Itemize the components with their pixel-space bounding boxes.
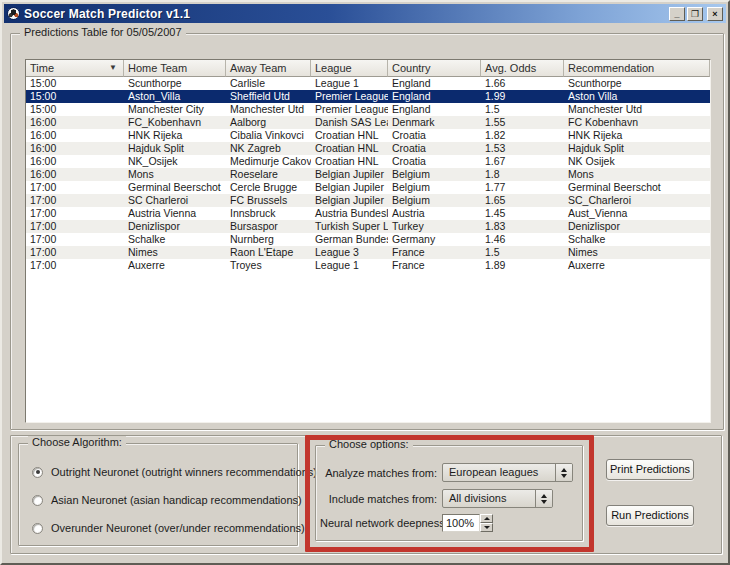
table-cell: Cibalia Vinkovci xyxy=(226,129,311,142)
table-row[interactable]: 15:00Manchester CityManchester UtdPremie… xyxy=(26,103,710,116)
table-cell: France xyxy=(388,246,481,259)
predictions-group: Predictions Table for 05/05/2007 Time▼Ho… xyxy=(10,33,724,430)
algorithm-radio-option[interactable]: Overunder Neuronet (over/under recommend… xyxy=(32,521,305,535)
table-cell: Belgian Jupiler xyxy=(311,168,388,181)
column-header-avg-odds[interactable]: Avg. Odds xyxy=(481,60,564,77)
run-predictions-button[interactable]: Run Predictions xyxy=(606,505,694,526)
table-row[interactable]: 16:00NK_OsijekMedimurje CakovecCroatian … xyxy=(26,155,710,168)
sort-descending-icon: ▼ xyxy=(109,63,117,72)
predictions-table[interactable]: Time▼Home TeamAway TeamLeagueCountryAvg.… xyxy=(25,59,711,423)
table-cell: Croatia xyxy=(388,129,481,142)
table-row[interactable]: 17:00SchalkeNurnbergGerman BundesligaGer… xyxy=(26,233,710,246)
table-cell: Innsbruck xyxy=(226,207,311,220)
table-cell: Turkish Super Lea... xyxy=(311,220,388,233)
table-cell: Auxerre xyxy=(564,259,710,272)
deepness-spinner[interactable]: 100% xyxy=(442,514,493,532)
table-cell: Croatia xyxy=(388,142,481,155)
table-cell: NK Zagreb xyxy=(226,142,311,155)
table-cell: HNK Rijeka xyxy=(124,129,226,142)
column-header-time[interactable]: Time▼ xyxy=(26,60,124,77)
table-cell: Aust_Vienna xyxy=(564,207,710,220)
table-cell: NK_Osijek xyxy=(124,155,226,168)
table-cell: 15:00 xyxy=(26,103,124,116)
table-cell: Medimurje Cakovec xyxy=(226,155,311,168)
table-cell: League 1 xyxy=(311,77,388,90)
title-bar: Soccer Match Predictor v1.1 _ ❐ × xyxy=(4,4,726,23)
spin-down-button[interactable] xyxy=(480,523,493,532)
window-title: Soccer Match Predictor v1.1 xyxy=(24,7,669,21)
table-row[interactable]: 16:00FC_KobenhavnAalborgDanish SAS Leagu… xyxy=(26,116,710,129)
table-row[interactable]: 17:00AuxerreTroyesLeague 1France1.89Auxe… xyxy=(26,259,710,272)
radio-label: Outright Neuronet (outright winners reco… xyxy=(51,466,317,478)
table-row[interactable]: 17:00DenizlisporBursasporTurkish Super L… xyxy=(26,220,710,233)
table-cell: 1.5 xyxy=(481,103,564,116)
table-row[interactable]: 17:00NimesRaon L'EtapeLeague 3France1.5N… xyxy=(26,246,710,259)
table-row[interactable]: 17:00Germinal BeerschotCercle BruggeBelg… xyxy=(26,181,710,194)
table-cell: Bursaspor xyxy=(226,220,311,233)
radio-selected-icon[interactable] xyxy=(32,467,43,478)
updown-arrows-icon[interactable] xyxy=(535,490,552,507)
table-row[interactable]: 15:00Aston_VillaSheffield UtdPremier Lea… xyxy=(26,90,710,103)
column-header-league[interactable]: League xyxy=(311,60,388,77)
table-row[interactable]: 17:00Austria ViennaInnsbruckAustria Bund… xyxy=(26,207,710,220)
table-cell: Mons xyxy=(124,168,226,181)
table-row[interactable]: 16:00HNK RijekaCibalia VinkovciCroatian … xyxy=(26,129,710,142)
table-cell: Belgian Jupiler xyxy=(311,181,388,194)
table-cell: 17:00 xyxy=(26,259,124,272)
spin-up-button[interactable] xyxy=(480,514,493,523)
table-cell: Hajduk Split xyxy=(124,142,226,155)
soccer-ball-icon xyxy=(7,7,20,20)
maximize-button[interactable]: ❐ xyxy=(687,7,703,21)
print-predictions-button[interactable]: Print Predictions xyxy=(606,459,694,480)
close-button[interactable]: × xyxy=(707,7,723,21)
table-cell: Manchester City xyxy=(124,103,226,116)
table-cell: Raon L'Etape xyxy=(226,246,311,259)
table-cell: Hajduk Split xyxy=(564,142,710,155)
table-row[interactable]: 17:00SC CharleroiFC BrusselsBelgian Jupi… xyxy=(26,194,710,207)
column-header-away-team[interactable]: Away Team xyxy=(226,60,311,77)
dropdown-include-matches[interactable]: All divisions xyxy=(442,489,553,508)
table-cell: Nimes xyxy=(564,246,710,259)
spinner-value[interactable]: 100% xyxy=(442,514,480,532)
dropdown-value: All divisions xyxy=(443,490,535,507)
table-cell: Premier League xyxy=(311,90,388,103)
table-cell: 1.89 xyxy=(481,259,564,272)
table-cell: 1.77 xyxy=(481,181,564,194)
table-cell: Denmark xyxy=(388,116,481,129)
table-cell: Denizlispor xyxy=(564,220,710,233)
table-cell: Schalke xyxy=(124,233,226,246)
updown-arrows-icon[interactable] xyxy=(555,464,572,481)
table-row[interactable]: 16:00Hajduk SplitNK ZagrebCroatian HNLCr… xyxy=(26,142,710,155)
radio-unselected-icon[interactable] xyxy=(32,495,43,506)
column-header-home-team[interactable]: Home Team xyxy=(124,60,226,77)
table-cell: England xyxy=(388,77,481,90)
predictions-group-title: Predictions Table for 05/05/2007 xyxy=(20,26,186,38)
table-cell: 1.65 xyxy=(481,194,564,207)
dropdown-value: European leagues xyxy=(443,464,555,481)
table-cell: Schalke xyxy=(564,233,710,246)
algorithm-radio-option[interactable]: Asian Neuronet (asian handicap recommend… xyxy=(32,493,302,507)
table-cell: Danish SAS League xyxy=(311,116,388,129)
radio-unselected-icon[interactable] xyxy=(32,523,43,534)
column-header-country[interactable]: Country xyxy=(388,60,481,77)
table-cell: Austria Bundesliga xyxy=(311,207,388,220)
table-cell: Croatian HNL xyxy=(311,129,388,142)
table-cell: 16:00 xyxy=(26,168,124,181)
dropdown-analyze-matches[interactable]: European leagues xyxy=(442,463,573,482)
table-cell: Croatian HNL xyxy=(311,142,388,155)
table-cell: Cercle Brugge xyxy=(226,181,311,194)
minimize-button[interactable]: _ xyxy=(669,7,685,21)
column-header-recommendation[interactable]: Recommendation xyxy=(564,60,710,77)
table-body: 15:00ScunthorpeCarlisleLeague 1England1.… xyxy=(26,77,710,272)
table-row[interactable]: 16:00MonsRoeselareBelgian JupilerBelgium… xyxy=(26,168,710,181)
table-cell: 1.45 xyxy=(481,207,564,220)
table-cell: 1.83 xyxy=(481,220,564,233)
table-cell: German Bundesliga xyxy=(311,233,388,246)
options-field-row: Analyze matches from:European leagues xyxy=(320,463,578,482)
table-cell: 1.8 xyxy=(481,168,564,181)
table-cell: FC Kobenhavn xyxy=(564,116,710,129)
algorithm-radio-option[interactable]: Outright Neuronet (outright winners reco… xyxy=(32,465,317,479)
table-cell: League 1 xyxy=(311,259,388,272)
table-cell: 16:00 xyxy=(26,129,124,142)
table-row[interactable]: 15:00ScunthorpeCarlisleLeague 1England1.… xyxy=(26,77,710,90)
